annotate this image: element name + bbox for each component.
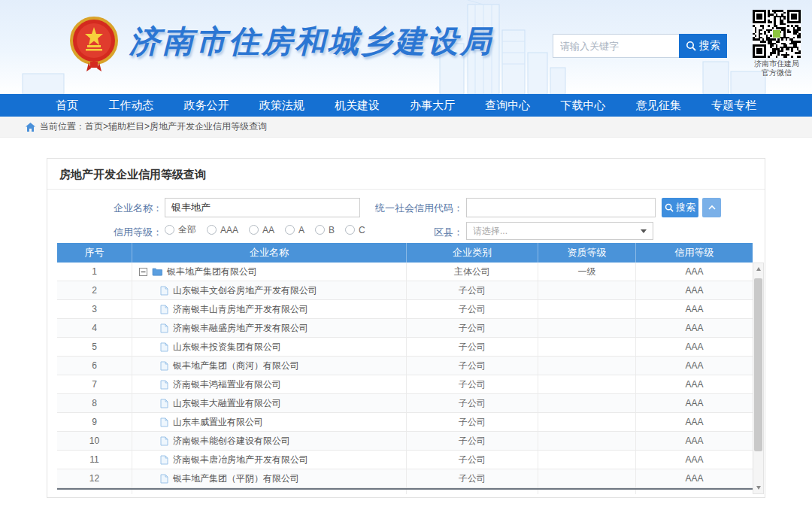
nav-item-查询中心[interactable]: 查询中心: [485, 99, 530, 113]
radio-label: 全部: [178, 223, 196, 236]
site-title: 济南市住房和城乡建设局: [129, 21, 493, 62]
dropdown-arrow-icon: [641, 229, 647, 233]
company-name: 银丰地产集团（商河）有限公司: [173, 360, 299, 372]
document-icon: [160, 361, 168, 371]
company-name-cell: 银丰地产集团（平阴）有限公司: [132, 469, 407, 487]
company-name-cell: 济南银丰山青房地产开发有限公司: [132, 300, 407, 318]
collapse-search-button[interactable]: [702, 198, 721, 217]
company-name-cell: 济南银丰鸿福置业有限公司: [132, 375, 407, 393]
company-name-cell: 济南银丰融盛房地产开发有限公司: [132, 319, 407, 337]
folder-icon: [152, 267, 162, 276]
document-icon: [160, 436, 168, 446]
scroll-down-icon[interactable]: [753, 483, 763, 493]
credit-level-radio-AAA[interactable]: AAA: [207, 225, 238, 235]
credit-rating-cell: AAA: [636, 300, 753, 318]
company-type-cell: 子公司: [407, 451, 538, 469]
qualification-cell: [538, 432, 636, 450]
company-type-cell: 子公司: [407, 413, 538, 431]
document-icon: [160, 342, 168, 352]
site-header: 济南市住房和城乡建设局 搜索 济南市住建局 官方微信: [0, 0, 812, 94]
radio-circle-icon: [165, 225, 174, 235]
row-index-cell: 9: [57, 413, 132, 431]
wechat-qr-code-icon: [753, 10, 801, 58]
credit-level-radio-B[interactable]: B: [315, 225, 335, 235]
credit-level-radio-C[interactable]: C: [345, 225, 365, 235]
main-nav: 首页工作动态政务公开政策法规机关建设办事大厅查询中心下载中心意见征集专题专栏: [0, 94, 812, 117]
row-index-cell: 8: [57, 394, 132, 412]
document-icon: [160, 305, 168, 314]
breadcrumb-text: 当前位置：首页>辅助栏目>房地产开发企业信用等级查询: [40, 120, 267, 133]
home-icon: [26, 123, 35, 132]
company-type-cell: 子公司: [407, 357, 538, 375]
company-name: 山东银丰投资集团有限公司: [173, 341, 281, 354]
document-icon: [160, 323, 168, 333]
nav-item-机关建设[interactable]: 机关建设: [335, 99, 380, 113]
scroll-up-icon[interactable]: [753, 264, 763, 274]
collapse-node-icon[interactable]: [139, 268, 147, 276]
company-name: 山东银丰大融置业有限公司: [173, 397, 281, 410]
row-index-cell: 11: [57, 451, 132, 469]
site-search: 搜索: [553, 34, 727, 58]
credit-level-radio-全部[interactable]: 全部: [165, 223, 196, 236]
document-icon: [160, 380, 168, 390]
table-row: 9山东丰威置业有限公司子公司AAA: [57, 413, 753, 432]
nav-item-政务公开[interactable]: 政务公开: [183, 99, 229, 113]
company-name-cell: 济南银丰唐冶房地产开发有限公司: [132, 451, 407, 469]
credit-level-radio-AA[interactable]: AA: [249, 225, 274, 235]
company-name-cell: 银丰地产集团（商河）有限公司: [132, 357, 407, 375]
nav-item-首页[interactable]: 首页: [56, 99, 78, 113]
company-type-cell: 主体公司: [407, 263, 538, 281]
company-name-input[interactable]: [165, 198, 360, 217]
nav-item-意见征集[interactable]: 意见征集: [636, 99, 681, 113]
qualification-cell: 一级: [538, 263, 636, 281]
table-body: 1银丰地产集团有限公司主体公司一级AAA2山东银丰文创谷房地产开发有限公司子公司…: [57, 263, 753, 488]
table-scrollbar[interactable]: [753, 263, 764, 494]
credit-level-radio-A[interactable]: A: [285, 225, 304, 235]
chevron-up-icon: [708, 205, 716, 211]
nav-item-办事大厅[interactable]: 办事大厅: [410, 99, 455, 113]
qualification-cell: [538, 357, 636, 375]
nav-item-下载中心[interactable]: 下载中心: [561, 99, 606, 113]
page-title: 房地产开发企业信用等级查询: [47, 159, 765, 190]
credit-rating-cell: AAA: [636, 319, 753, 337]
company-type-cell: 子公司: [407, 432, 538, 450]
company-name-cell: 银丰地产集团有限公司: [132, 263, 407, 281]
cut-row-cell: [538, 490, 636, 494]
company-name: 银丰地产集团（平阴）有限公司: [173, 472, 299, 485]
qualification-cell: [538, 300, 636, 318]
radio-label: AAA: [220, 225, 238, 235]
column-header-信用等级: 信用等级: [636, 243, 753, 263]
site-search-input[interactable]: [553, 34, 679, 58]
query-search-button-label: 搜索: [676, 201, 695, 214]
table-row-cut: [57, 488, 753, 494]
row-index-cell: 2: [57, 281, 132, 299]
qualification-cell: [538, 413, 636, 431]
credit-rating-cell: AAA: [636, 357, 753, 375]
district-label: 区县：: [395, 226, 463, 239]
table-header-row: 序号企业名称企业类别资质等级信用等级: [57, 243, 753, 263]
credit-rating-cell: AAA: [636, 375, 753, 393]
credit-code-label: 统一社会信用代码：: [344, 202, 463, 215]
company-type-cell: 子公司: [407, 338, 538, 356]
radio-label: AA: [262, 225, 274, 235]
document-icon: [160, 455, 168, 465]
row-index-cell: 12: [57, 469, 132, 487]
nav-item-政策法规[interactable]: 政策法规: [259, 99, 304, 113]
qualification-cell: [538, 394, 636, 412]
credit-rating-cell: AAA: [636, 338, 753, 356]
credit-level-label: 信用等级：: [91, 226, 162, 239]
column-header-序号: 序号: [57, 243, 132, 263]
qualification-cell: [538, 375, 636, 393]
company-name: 济南银丰鸿福置业有限公司: [173, 378, 281, 391]
cut-row-cell: [132, 490, 407, 494]
scrollbar-thumb[interactable]: [754, 278, 762, 451]
query-search-button[interactable]: 搜索: [662, 198, 698, 217]
site-search-button[interactable]: 搜索: [679, 34, 727, 58]
nav-item-工作动态[interactable]: 工作动态: [108, 99, 153, 113]
radio-circle-icon: [207, 225, 217, 235]
nav-item-专题专栏[interactable]: 专题专栏: [711, 99, 756, 113]
district-select[interactable]: 请选择...: [466, 222, 653, 240]
results-table-wrap: 序号企业名称企业类别资质等级信用等级 1银丰地产集团有限公司主体公司一级AAA2…: [57, 243, 764, 494]
credit-rating-cell: AAA: [636, 263, 753, 281]
credit-code-input[interactable]: [466, 198, 656, 217]
